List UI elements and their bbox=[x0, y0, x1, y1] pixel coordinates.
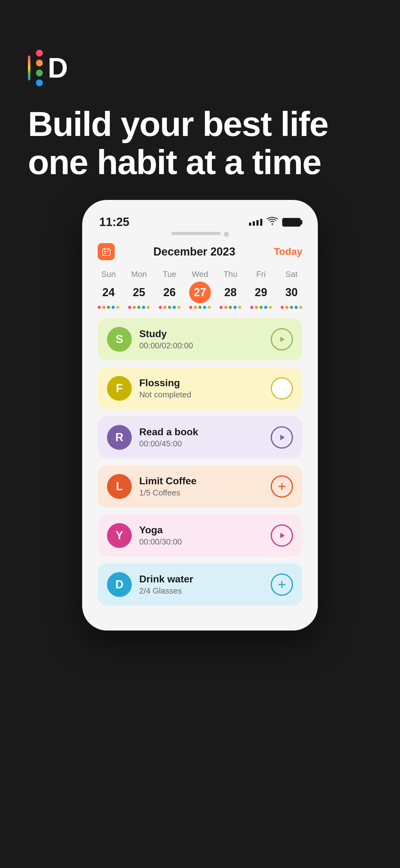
day-wed[interactable]: Wed 27 bbox=[189, 270, 211, 309]
logo-dot-blue bbox=[36, 80, 43, 86]
habit-item-flossing[interactable]: F Flossing Not completed bbox=[98, 367, 302, 409]
habit-plus-water[interactable] bbox=[271, 574, 293, 596]
day-fri[interactable]: Fri 29 bbox=[250, 270, 272, 309]
habit-info-water: Drink water 2/4 Glasses bbox=[139, 574, 263, 596]
habit-name-study: Study bbox=[139, 328, 263, 340]
habit-play-yoga[interactable] bbox=[271, 524, 293, 547]
habit-item-yoga[interactable]: Y Yoga 00:00/30:00 bbox=[98, 515, 302, 557]
logo-area: D bbox=[28, 50, 372, 86]
habit-sub-study: 00:00/02:00:00 bbox=[139, 341, 263, 350]
hero-title-line1: Build your best life bbox=[28, 105, 372, 143]
habit-name-yoga: Yoga bbox=[139, 524, 263, 536]
phone-mockup: 11:25 bbox=[82, 200, 318, 630]
day-sat[interactable]: Sat 30 bbox=[280, 270, 302, 309]
phone-wrapper: 11:25 bbox=[0, 200, 400, 655]
habit-avatar-study: S bbox=[107, 327, 132, 352]
habit-info-yoga: Yoga 00:00/30:00 bbox=[139, 524, 263, 547]
svg-marker-7 bbox=[280, 435, 285, 440]
day-tue[interactable]: Tue 26 bbox=[159, 270, 180, 309]
habit-avatar-yoga: Y bbox=[107, 523, 132, 548]
habit-name-coffee: Limit Coffee bbox=[139, 475, 263, 487]
habit-sub-flossing: Not completed bbox=[139, 390, 263, 400]
svg-rect-0 bbox=[103, 249, 110, 255]
habit-plus-coffee[interactable] bbox=[271, 475, 293, 498]
app-content: December 2023 Today Sun 24 bbox=[82, 240, 318, 615]
status-bar: 11:25 bbox=[82, 209, 318, 232]
calendar-header: December 2023 Today bbox=[98, 243, 302, 260]
logo-dot-orange bbox=[36, 60, 43, 66]
notch-area bbox=[82, 232, 318, 237]
camera-dot bbox=[224, 232, 229, 237]
today-button[interactable]: Today bbox=[274, 246, 302, 257]
habit-item-study[interactable]: S Study 00:00/02:00:00 bbox=[98, 318, 302, 361]
day-sun[interactable]: Sun 24 bbox=[98, 270, 120, 309]
habit-sub-yoga: 00:00/30:00 bbox=[139, 537, 263, 547]
notch-pill bbox=[171, 232, 221, 235]
signal-icon bbox=[249, 219, 262, 226]
habit-sub-read: 00:00/45:00 bbox=[139, 439, 263, 448]
habit-sub-coffee: 1/5 Coffees bbox=[139, 488, 263, 498]
habit-info-flossing: Flossing Not completed bbox=[139, 377, 263, 400]
habit-item-water[interactable]: D Drink water 2/4 Glasses bbox=[98, 563, 302, 606]
habit-play-read[interactable] bbox=[271, 426, 293, 448]
svg-rect-1 bbox=[104, 251, 106, 252]
logo-dots bbox=[36, 50, 43, 86]
day-mon[interactable]: Mon 25 bbox=[128, 270, 150, 309]
hero-title-line2: one habit at a time bbox=[28, 143, 372, 181]
habit-play-study[interactable] bbox=[271, 328, 293, 350]
logo-letter: D bbox=[48, 54, 68, 82]
habit-item-coffee[interactable]: L Limit Coffee 1/5 Coffees bbox=[98, 465, 302, 507]
habit-info-coffee: Limit Coffee 1/5 Coffees bbox=[139, 475, 263, 498]
habit-name-water: Drink water bbox=[139, 574, 263, 585]
habit-name-flossing: Flossing bbox=[139, 377, 263, 389]
habit-avatar-flossing: F bbox=[107, 376, 132, 401]
habit-name-read: Read a book bbox=[139, 426, 263, 438]
status-icons bbox=[249, 217, 301, 227]
svg-marker-6 bbox=[280, 337, 285, 342]
logo-dot-red bbox=[36, 50, 43, 57]
calendar-icon[interactable] bbox=[98, 243, 115, 260]
calendar-month: December 2023 bbox=[153, 245, 235, 258]
logo-bar bbox=[28, 56, 30, 81]
habit-item-read[interactable]: R Read a book 00:00/45:00 bbox=[98, 416, 302, 459]
battery-icon bbox=[282, 218, 301, 227]
habits-list: S Study 00:00/02:00:00 F Floss bbox=[98, 318, 302, 606]
logo-dot-green bbox=[36, 69, 43, 76]
day-thu[interactable]: Thu 28 bbox=[220, 270, 241, 309]
habit-avatar-read: R bbox=[107, 425, 132, 450]
svg-marker-10 bbox=[280, 533, 285, 538]
habit-circle-flossing[interactable] bbox=[271, 377, 293, 400]
habit-info-read: Read a book 00:00/45:00 bbox=[139, 426, 263, 448]
habit-avatar-coffee: L bbox=[107, 474, 132, 499]
status-time: 11:25 bbox=[99, 215, 129, 229]
top-section: D Build your best life one habit at a ti… bbox=[0, 0, 400, 200]
svg-rect-3 bbox=[104, 253, 106, 254]
svg-rect-2 bbox=[107, 251, 108, 252]
habit-avatar-water: D bbox=[107, 572, 132, 597]
habit-info-study: Study 00:00/02:00:00 bbox=[139, 328, 263, 350]
habit-sub-water: 2/4 Glasses bbox=[139, 586, 263, 596]
hero-title: Build your best life one habit at a time bbox=[28, 105, 372, 181]
week-row: Sun 24 Mon 25 bbox=[98, 270, 302, 309]
wifi-icon bbox=[267, 217, 278, 227]
